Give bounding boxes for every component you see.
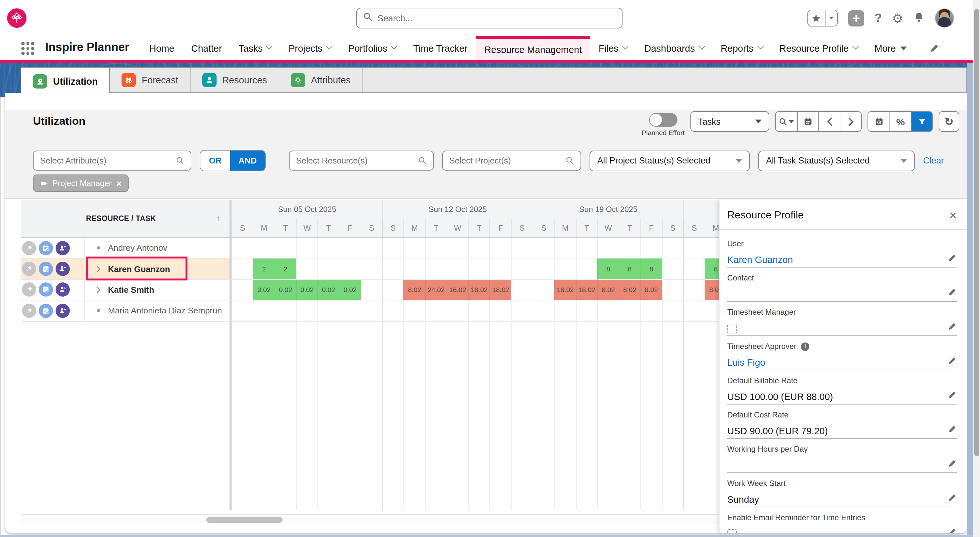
nav-tab-projects[interactable]: Projects xyxy=(280,36,340,60)
tab-attributes[interactable]: Attributes xyxy=(279,68,363,92)
effort-cell[interactable] xyxy=(619,300,640,321)
effort-cell[interactable]: 18.02 xyxy=(554,280,576,301)
effort-cell[interactable] xyxy=(683,238,705,259)
star-icon[interactable] xyxy=(808,10,825,26)
edit-navigation-pencil-icon[interactable] xyxy=(929,36,939,60)
nav-tab-home[interactable]: Home xyxy=(141,36,183,60)
effort-cell[interactable]: 8.02 xyxy=(640,280,662,301)
edit-pencil-icon[interactable] xyxy=(948,356,957,368)
info-icon[interactable]: i xyxy=(801,342,809,351)
effort-cell[interactable] xyxy=(296,238,318,259)
effort-cell[interactable]: 0.02 xyxy=(317,280,339,301)
effort-cell[interactable] xyxy=(662,300,683,321)
pin-icon[interactable] xyxy=(22,262,36,276)
next-period-chevron-icon[interactable] xyxy=(840,112,861,131)
panel-close-icon[interactable]: × xyxy=(949,208,957,221)
resource-name[interactable]: Karen Guanzon xyxy=(108,264,170,274)
effort-cell[interactable] xyxy=(576,300,597,321)
calendar-button[interactable] xyxy=(797,112,818,131)
effort-cell[interactable] xyxy=(533,259,554,280)
effort-cell[interactable] xyxy=(317,259,339,280)
effort-cell[interactable] xyxy=(468,300,490,321)
effort-cell[interactable] xyxy=(683,259,705,280)
edit-pencil-icon[interactable] xyxy=(948,390,957,402)
effort-cell[interactable] xyxy=(253,238,275,259)
effort-cell[interactable] xyxy=(404,238,425,259)
app-launcher-waffle-icon[interactable] xyxy=(21,42,34,55)
nav-tab-more[interactable]: More xyxy=(866,36,915,60)
edit-pencil-icon[interactable] xyxy=(948,459,957,470)
percent-mode-button[interactable]: % xyxy=(889,112,911,131)
user-avatar[interactable] xyxy=(935,8,954,28)
tab-resources[interactable]: Resources xyxy=(190,68,279,92)
effort-cell[interactable]: 0.02 xyxy=(274,280,296,301)
effort-cell[interactable] xyxy=(662,280,683,301)
expand-chevron-icon[interactable] xyxy=(91,280,106,300)
effort-cell[interactable] xyxy=(382,280,404,301)
effort-cell[interactable] xyxy=(382,259,404,280)
nav-tab-portfolios[interactable]: Portfolios xyxy=(340,36,405,60)
effort-cell[interactable]: 16.02 xyxy=(447,280,468,301)
attribute-chip[interactable]: Project Manager × xyxy=(33,175,129,192)
effort-cell[interactable] xyxy=(425,238,447,259)
effort-cell[interactable] xyxy=(468,238,490,259)
effort-cell[interactable] xyxy=(404,300,425,321)
edit-schedule-icon[interactable] xyxy=(39,304,53,318)
effort-cell[interactable] xyxy=(360,238,382,259)
nav-tab-resource-management[interactable]: Resource Management xyxy=(476,36,590,60)
effort-cell[interactable] xyxy=(425,300,447,321)
effort-cell[interactable] xyxy=(339,238,361,259)
resource-name[interactable]: Katie Smith xyxy=(108,285,154,295)
effort-cell[interactable] xyxy=(576,238,597,259)
effort-cell[interactable]: 8 xyxy=(619,259,640,280)
effort-cell[interactable] xyxy=(231,280,253,301)
task-status-select[interactable]: All Task Status(s) Selected xyxy=(758,150,915,171)
expand-chevron-icon[interactable] xyxy=(91,259,106,279)
resource-filter-input[interactable] xyxy=(296,156,418,165)
effort-cell[interactable] xyxy=(533,238,554,259)
effort-cell[interactable] xyxy=(339,300,361,321)
project-status-select[interactable]: All Project Status(s) Selected xyxy=(590,150,750,171)
effort-cell[interactable]: 2 xyxy=(253,259,275,280)
effort-cell[interactable]: 8.02 xyxy=(597,280,619,301)
notifications-bell-icon[interactable] xyxy=(913,11,924,25)
and-button[interactable]: AND xyxy=(230,151,265,171)
edit-schedule-icon[interactable] xyxy=(39,262,53,276)
effort-cell[interactable] xyxy=(468,259,490,280)
effort-cell[interactable] xyxy=(447,300,468,321)
effort-cell[interactable]: 8.02 xyxy=(404,280,425,301)
tab-forecast[interactable]: Forecast xyxy=(110,68,191,92)
effort-cell[interactable] xyxy=(274,300,296,321)
previous-period-chevron-icon[interactable] xyxy=(818,112,840,131)
effort-cell[interactable] xyxy=(382,238,404,259)
resource-name[interactable]: Maria Antonieta Diaz Semprun xyxy=(108,306,222,316)
assign-resource-icon[interactable] xyxy=(56,241,70,255)
nav-tab-resource-profile[interactable]: Resource Profile xyxy=(771,36,866,60)
effort-cell[interactable]: 2 xyxy=(274,259,296,280)
effort-cell[interactable] xyxy=(662,238,683,259)
effort-cell[interactable] xyxy=(511,238,533,259)
effort-cell[interactable] xyxy=(360,280,382,301)
chip-remove-icon[interactable]: × xyxy=(116,178,121,188)
effort-cell[interactable] xyxy=(640,300,662,321)
effort-cell[interactable] xyxy=(317,238,339,259)
effort-cell[interactable] xyxy=(554,259,576,280)
effort-cell[interactable] xyxy=(231,238,253,259)
favorites-dropdown-icon[interactable] xyxy=(825,10,837,26)
effort-cell[interactable] xyxy=(382,300,404,321)
nav-tab-chatter[interactable]: Chatter xyxy=(183,36,230,60)
pin-icon[interactable] xyxy=(22,283,36,297)
edit-pencil-icon[interactable] xyxy=(948,493,957,505)
vertical-scrollbar-thumb[interactable] xyxy=(974,9,979,456)
effort-cell[interactable] xyxy=(490,238,511,259)
edit-pencil-icon[interactable] xyxy=(948,253,957,265)
nav-tab-files[interactable]: Files xyxy=(590,36,636,60)
attribute-filter-input[interactable] xyxy=(40,156,176,165)
effort-cell[interactable] xyxy=(554,300,576,321)
refresh-button[interactable]: ↻ xyxy=(939,111,959,132)
effort-cell[interactable]: 18.02 xyxy=(468,280,490,301)
effort-cell[interactable] xyxy=(404,259,425,280)
field-checkbox[interactable] xyxy=(727,324,737,334)
effort-cell[interactable] xyxy=(447,238,468,259)
filter-button-active[interactable] xyxy=(911,112,932,131)
